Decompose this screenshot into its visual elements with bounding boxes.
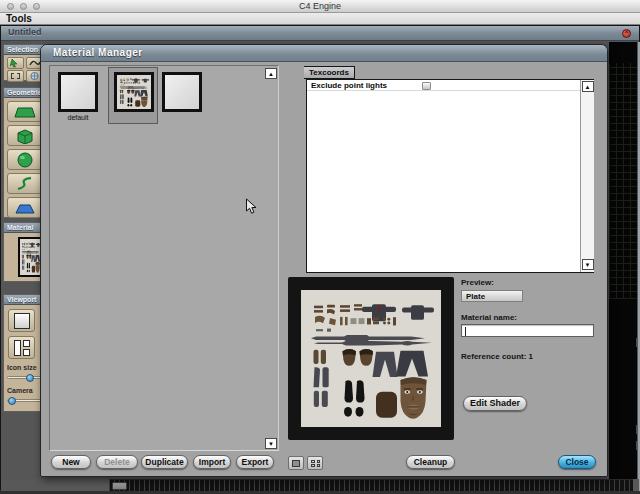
material-panel-header: Material [4, 223, 44, 233]
material-thumb-default[interactable] [58, 72, 98, 112]
material-name-label: Material name: [461, 313, 517, 322]
material-manager-window: Material Manager default ▲ ▼ DiffuseSpec… [40, 44, 608, 477]
desktop-titlebar: C4 Engine [0, 0, 640, 13]
tab-texcoords[interactable]: Texcoords [304, 66, 355, 79]
delete-button[interactable]: Delete [96, 455, 138, 469]
camera-slider[interactable] [7, 399, 43, 402]
settings-table: Diffuse Reflection SettingsDiffuse color… [306, 79, 594, 273]
untitled-titlebar[interactable]: Untitled [1, 26, 639, 41]
icon-size-knob[interactable] [26, 374, 34, 382]
texture-preview-frame [288, 277, 454, 440]
box-geometry-button[interactable] [7, 125, 42, 146]
cleanup-button[interactable]: Cleanup [406, 455, 455, 469]
material-list[interactable]: default ▲ ▼ [49, 65, 279, 451]
list-view-single-button[interactable] [288, 456, 304, 470]
menu-tools[interactable]: Tools [6, 13, 32, 25]
icon-size-slider[interactable] [7, 376, 43, 379]
new-button[interactable]: New [51, 455, 91, 469]
material-manager-title: Material Manager [53, 47, 143, 58]
preview-shape-popup[interactable]: Plate [461, 290, 523, 302]
single-viewport-button[interactable] [8, 309, 35, 332]
settings-scrollbar[interactable]: ▲ ▼ [580, 80, 594, 272]
path-geometry-button[interactable] [7, 173, 42, 194]
duplicate-button[interactable]: Duplicate [141, 455, 188, 469]
material-manager-titlebar[interactable]: Material Manager [41, 45, 607, 62]
select-tool-button[interactable] [7, 57, 24, 69]
material-panel: Material [3, 222, 45, 282]
material-thumb-3[interactable] [162, 72, 202, 112]
selection-panel: Selection [3, 44, 45, 81]
geometries-panel-header: Geometrie [4, 88, 44, 98]
settings-scroll-up-icon[interactable]: ▲ [582, 81, 594, 92]
timeline-bar [1, 479, 639, 491]
camera-label: Camera [7, 387, 33, 394]
settings-scroll-down-icon[interactable]: ▼ [582, 259, 594, 270]
geometries-panel: Geometrie [3, 87, 45, 218]
export-button[interactable]: Export [236, 455, 274, 469]
material-name-input[interactable] [461, 324, 594, 337]
texture-preview-image [301, 290, 441, 427]
preview-label: Preview: [461, 278, 494, 287]
viewport-panel-header: Viewport [4, 295, 44, 305]
material-thumb-default-label: default [55, 114, 101, 121]
close-button[interactable]: Close [558, 455, 596, 469]
terrain-geometry-button[interactable] [7, 197, 42, 218]
app-title: C4 Engine [0, 1, 640, 11]
menu-bar: Tools [0, 13, 640, 25]
bottom-button-row: NewDeleteDuplicateImportExport Cleanup C… [41, 455, 607, 471]
close-window-icon[interactable] [622, 29, 631, 38]
list-view-grid-button[interactable] [307, 456, 323, 470]
screen: C4 Engine Tools Untitled Selection [0, 0, 640, 494]
viewport-panel: Viewport Icon size Camera [3, 294, 45, 412]
scene-viewport[interactable]: LowerBaRHipJoinLHipJoin [609, 42, 637, 491]
plate-geometry-button[interactable] [7, 101, 42, 122]
list-scroll-up-icon[interactable]: ▲ [265, 68, 277, 79]
reference-count: Reference count: 1 [461, 352, 533, 361]
marquee-tool-button[interactable] [7, 70, 24, 82]
list-scroll-down-icon[interactable]: ▼ [265, 438, 277, 449]
timeline-ticks[interactable] [109, 479, 633, 491]
timeline-scrubber[interactable] [112, 482, 127, 490]
icon-size-label: Icon size [7, 364, 37, 371]
checkbox[interactable] [422, 82, 431, 90]
setting-label: Exclude point lights [311, 80, 387, 91]
text-caret [465, 327, 466, 336]
camera-knob[interactable] [8, 397, 16, 405]
edit-shader-button[interactable]: Edit Shader [463, 396, 527, 411]
material-thumb-obama[interactable] [114, 72, 154, 112]
settings-row[interactable]: Exclude point lights [307, 80, 580, 91]
selection-panel-header: Selection [4, 45, 44, 55]
untitled-title: Untitled [8, 27, 42, 37]
sphere-geometry-button[interactable] [7, 149, 42, 170]
split-viewport-button[interactable] [8, 336, 35, 359]
mouse-cursor [245, 198, 257, 216]
import-button[interactable]: Import [193, 455, 231, 469]
